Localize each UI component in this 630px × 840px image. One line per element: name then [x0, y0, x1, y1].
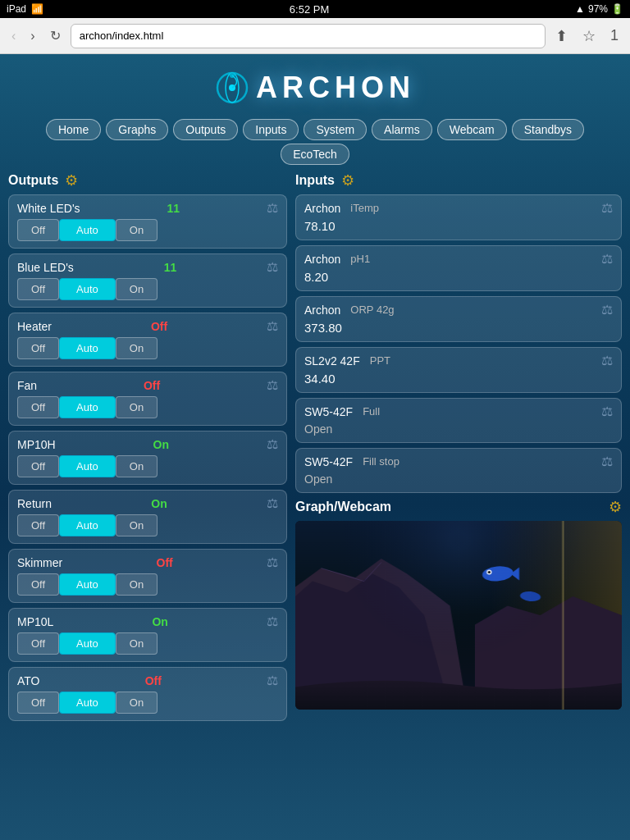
output-value-return: On — [151, 497, 167, 510]
auto-button-skimmer[interactable]: Auto — [59, 573, 116, 596]
output-label-white-leds: White LED's — [17, 202, 80, 215]
sliders-icon-blue-leds[interactable]: ⚖ — [267, 259, 278, 275]
output-card-white-leds: White LED's 11 ⚖ Off Auto On — [8, 194, 287, 249]
status-bar-right: ▲ 97% 🔋 — [575, 3, 623, 15]
off-button-skimmer[interactable]: Off — [17, 573, 59, 596]
off-button-white-leds[interactable]: Off — [17, 219, 59, 241]
outputs-gear-icon[interactable]: ⚙ — [65, 171, 78, 189]
auto-button-ato[interactable]: Auto — [59, 692, 116, 714]
control-row-skimmer: Off Auto On — [17, 573, 278, 596]
nav-outputs[interactable]: Outputs — [173, 119, 238, 140]
output-value-mp10h: On — [153, 438, 169, 451]
inputs-title: Inputs — [295, 173, 335, 188]
sliders-icon-sw5-fillstop[interactable]: ⚖ — [601, 454, 613, 469]
nav-bar2: EcoTech — [8, 144, 622, 165]
control-row-return: Off Auto On — [17, 514, 278, 536]
tabs-button[interactable]: 1 — [605, 24, 623, 48]
back-button[interactable]: ‹ — [7, 25, 21, 47]
on-button-mp10h[interactable]: On — [116, 455, 158, 477]
output-card-return: Return On ⚖ Off Auto On — [8, 490, 287, 544]
on-button-blue-leds[interactable]: On — [116, 278, 158, 300]
auto-button-white-leds[interactable]: Auto — [59, 219, 116, 241]
output-label-skimmer: Skimmer — [17, 556, 62, 569]
logo-icon — [215, 71, 249, 105]
off-button-blue-leds[interactable]: Off — [17, 278, 59, 300]
auto-button-heater[interactable]: Auto — [59, 337, 116, 359]
logo-area: ARCHON — [8, 62, 622, 112]
graph-gear-icon[interactable]: ⚙ — [609, 498, 622, 516]
off-button-fan[interactable]: Off — [17, 396, 59, 418]
sliders-icon-ph1[interactable]: ⚖ — [601, 251, 613, 267]
input-source-orp: Archon — [304, 304, 340, 317]
share-button[interactable]: ⬆ — [550, 24, 573, 48]
on-button-fan[interactable]: On — [116, 396, 158, 418]
off-button-heater[interactable]: Off — [17, 337, 59, 359]
input-card-names-sw5-full: SW5-42F Full — [304, 405, 380, 418]
auto-button-return[interactable]: Auto — [59, 514, 116, 536]
input-value-sw5-full: Open — [304, 422, 613, 436]
control-row-fan: Off Auto On — [17, 396, 278, 418]
on-button-mp10l[interactable]: On — [116, 632, 158, 655]
control-row-heater: Off Auto On — [17, 337, 278, 359]
output-card-top-return: Return On ⚖ — [17, 495, 278, 511]
reload-button[interactable]: ↻ — [45, 25, 66, 47]
battery-icon: 🔋 — [611, 3, 623, 15]
status-bar: iPad 📶 6:52 PM ▲ 97% 🔋 — [0, 0, 630, 18]
on-button-ato[interactable]: On — [116, 692, 158, 714]
address-bar[interactable] — [71, 24, 546, 48]
sliders-icon-return[interactable]: ⚖ — [267, 495, 278, 511]
sliders-icon-heater[interactable]: ⚖ — [267, 318, 278, 334]
bookmark-button[interactable]: ☆ — [578, 24, 600, 48]
sliders-icon-skimmer[interactable]: ⚖ — [267, 555, 278, 570]
sliders-icon-orp[interactable]: ⚖ — [601, 302, 613, 317]
sliders-icon-fan[interactable]: ⚖ — [267, 377, 278, 393]
input-card-top-sw5-fillstop: SW5-42F Fill stop ⚖ — [304, 454, 613, 469]
control-row-ato: Off Auto On — [17, 692, 278, 714]
input-card-ph1: Archon pH1 ⚖ 8.20 — [295, 245, 622, 291]
inputs-header: Inputs ⚙ — [295, 171, 622, 189]
inputs-column: Inputs ⚙ Archon iTemp ⚖ 78.10 Arch — [295, 171, 622, 710]
sliders-icon-itemp[interactable]: ⚖ — [601, 200, 613, 216]
on-button-white-leds[interactable]: On — [116, 219, 158, 241]
output-card-blue-leds: Blue LED's 11 ⚖ Off Auto On — [8, 253, 287, 308]
auto-button-blue-leds[interactable]: Auto — [59, 278, 116, 300]
sliders-icon-mp10l[interactable]: ⚖ — [267, 614, 278, 629]
output-card-top-blue-leds: Blue LED's 11 ⚖ — [17, 259, 278, 275]
input-card-top-itemp: Archon iTemp ⚖ — [304, 200, 613, 216]
input-source-itemp: Archon — [304, 202, 340, 215]
sliders-icon-ppt[interactable]: ⚖ — [601, 353, 613, 368]
nav-graphs[interactable]: Graphs — [106, 119, 168, 140]
off-button-return[interactable]: Off — [17, 514, 59, 536]
nav-system[interactable]: System — [304, 119, 367, 140]
off-button-mp10h[interactable]: Off — [17, 455, 59, 477]
output-value-heater: Off — [151, 320, 167, 333]
sliders-icon-white-leds[interactable]: ⚖ — [267, 200, 278, 216]
on-button-heater[interactable]: On — [116, 337, 158, 359]
on-button-skimmer[interactable]: On — [116, 573, 158, 596]
nav-inputs[interactable]: Inputs — [243, 119, 299, 140]
nav-home[interactable]: Home — [46, 119, 101, 140]
auto-button-fan[interactable]: Auto — [59, 396, 116, 418]
input-name-sw5-full: Full — [363, 405, 380, 418]
nav-ecotech[interactable]: EcoTech — [281, 144, 349, 165]
off-button-ato[interactable]: Off — [17, 692, 59, 714]
control-row-mp10l: Off Auto On — [17, 632, 278, 655]
output-label-return: Return — [17, 497, 52, 510]
auto-button-mp10h[interactable]: Auto — [59, 455, 116, 477]
forward-button[interactable]: › — [25, 25, 39, 47]
auto-button-mp10l[interactable]: Auto — [59, 632, 116, 655]
output-card-skimmer: Skimmer Off ⚖ Off Auto On — [8, 549, 287, 603]
inputs-gear-icon[interactable]: ⚙ — [341, 171, 354, 189]
nav-alarms[interactable]: Alarms — [372, 119, 432, 140]
sliders-icon-mp10h[interactable]: ⚖ — [267, 436, 278, 452]
input-name-orp: ORP 42g — [350, 304, 394, 316]
nav-standbys[interactable]: Standbys — [512, 119, 584, 140]
input-card-sw5-full: SW5-42F Full ⚖ Open — [295, 398, 622, 443]
input-card-itemp: Archon iTemp ⚖ 78.10 — [295, 194, 622, 240]
on-button-return[interactable]: On — [116, 514, 158, 536]
sliders-icon-ato[interactable]: ⚖ — [267, 673, 278, 688]
nav-webcam[interactable]: Webcam — [437, 119, 507, 140]
off-button-mp10l[interactable]: Off — [17, 632, 59, 655]
input-card-names-sw5-fillstop: SW5-42F Fill stop — [304, 455, 399, 468]
sliders-icon-sw5-full[interactable]: ⚖ — [601, 404, 613, 419]
